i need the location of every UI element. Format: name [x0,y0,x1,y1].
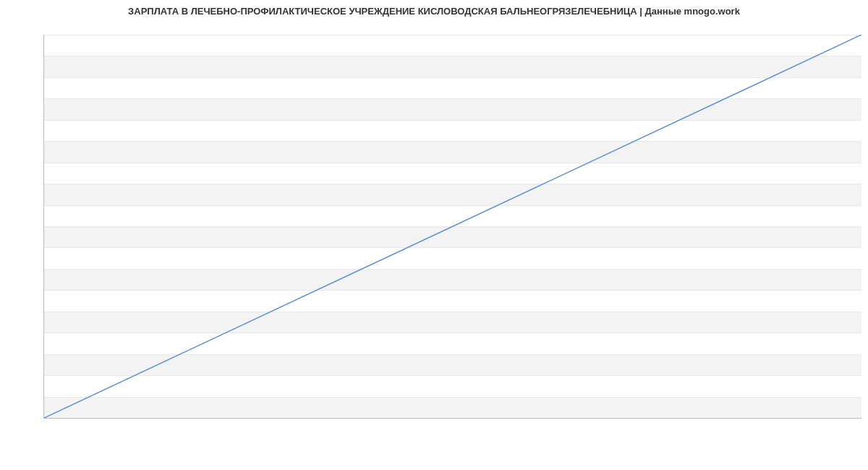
y-tick-mark [43,333,44,333]
y-tick-mark [43,98,44,99]
y-tick-mark [43,205,44,206]
y-tick-mark [43,312,44,312]
grid-line [44,226,861,227]
y-tick-mark [43,375,44,376]
y-tick-mark [43,77,44,78]
grid-band [44,397,861,418]
y-tick-mark [43,184,44,184]
grid-line [44,375,861,376]
grid-line [44,418,861,419]
grid-line [44,205,861,206]
grid-line [44,56,861,56]
grid-line [44,269,861,270]
grid-line [44,247,861,248]
grid-line [44,333,861,333]
y-tick-mark [43,418,44,419]
grid-line [44,77,861,78]
grid-line [44,397,861,398]
y-tick-mark [43,163,44,163]
grid-line [44,163,861,163]
y-tick-mark [43,290,44,291]
grid-band [44,184,861,205]
grid-line [44,312,861,312]
y-tick-mark [43,120,44,121]
grid-band [44,141,861,162]
grid-band [44,56,861,77]
grid-band [44,269,861,290]
grid-line [44,290,861,291]
y-tick-mark [43,397,44,398]
y-tick-mark [43,35,44,35]
chart-container: ЗАРПЛАТА В ЛЕЧЕБНО-ПРОФИЛАКТИЧЕСКОЕ УЧРЕ… [0,0,868,448]
y-tick-mark [43,141,44,142]
grid-band [44,226,861,247]
y-tick-mark [43,247,44,248]
grid-line [44,184,861,184]
grid-band [44,98,861,119]
grid-band [44,312,861,333]
y-tick-mark [43,269,44,270]
grid-line [44,98,861,99]
grid-line [44,120,861,121]
y-tick-mark [43,226,44,227]
plot-area: 1600016500170001750018000185001900019500… [43,35,861,419]
grid-line [44,35,861,35]
chart-title: ЗАРПЛАТА В ЛЕЧЕБНО-ПРОФИЛАКТИЧЕСКОЕ УЧРЕ… [0,6,868,17]
grid-band [44,354,861,375]
y-tick-mark [43,354,44,355]
grid-line [44,141,861,142]
y-tick-mark [43,56,44,56]
grid-line [44,354,861,355]
